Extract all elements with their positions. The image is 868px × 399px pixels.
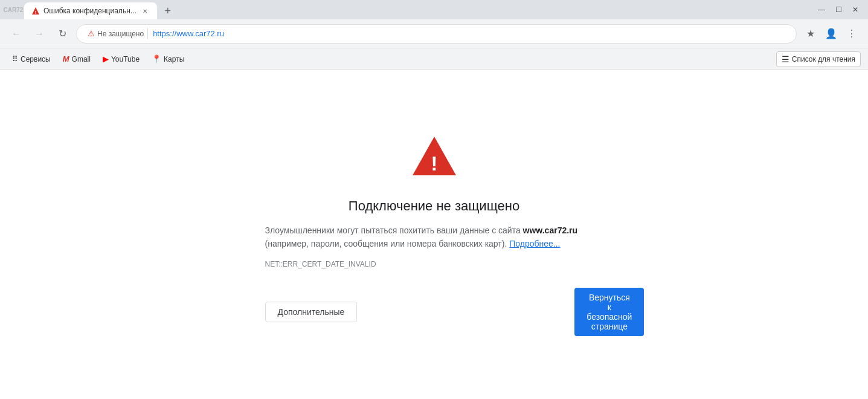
- learn-more-link[interactable]: Подробнее...: [509, 239, 560, 248]
- reading-list-icon: ☰: [782, 54, 789, 64]
- addressbar: ← → ↻ ⚠ Не защищено https://www.car72.ru…: [0, 19, 868, 48]
- bookmark-maps-label: Карты: [164, 55, 184, 63]
- back-button[interactable]: ←: [7, 25, 25, 43]
- bookmark-gmail[interactable]: M Gmail: [58, 52, 95, 66]
- bookmark-services-label: Сервисы: [21, 55, 51, 63]
- error-title: Подключение не защищено: [349, 198, 519, 214]
- error-description: Злоумышленники могут пытаться похитить в…: [265, 224, 603, 251]
- gmail-icon: M: [63, 54, 69, 63]
- services-icon: ⠿: [12, 54, 18, 63]
- security-warning: ⚠ Не защищено: [84, 28, 148, 39]
- bookmark-youtube[interactable]: ▶ YouTube: [98, 52, 144, 66]
- bookmark-youtube-label: YouTube: [111, 55, 140, 63]
- maximize-button[interactable]: ☐: [831, 4, 846, 16]
- profile-button[interactable]: 👤: [822, 25, 840, 43]
- bookmark-maps[interactable]: 📍 Карты: [147, 52, 189, 66]
- forward-button[interactable]: →: [30, 25, 48, 43]
- close-button[interactable]: ✕: [847, 4, 863, 16]
- bookmark-button[interactable]: ★: [802, 25, 820, 43]
- tab-close-button[interactable]: ✕: [140, 6, 150, 16]
- address-box[interactable]: ⚠ Не защищено https://www.car72.ru: [76, 24, 797, 44]
- new-tab-button[interactable]: +: [159, 2, 176, 19]
- advanced-button[interactable]: Дополнительные: [265, 302, 358, 322]
- error-desc-part1: Злоумышленники могут пытаться похитить в…: [265, 225, 523, 235]
- error-icon: !: [410, 133, 458, 184]
- addressbar-actions: ★ 👤 ⋮: [802, 25, 861, 43]
- bookmark-gmail-label: Gmail: [72, 55, 91, 63]
- tab-strip: ! Ошибка конфиденциальн... ✕ +: [24, 0, 811, 19]
- warning-icon: ⚠: [88, 29, 95, 38]
- tab-favicon: !: [31, 7, 40, 15]
- url-display: https://www.car72.ru: [153, 29, 789, 38]
- reading-list-button[interactable]: ☰ Список для чтения: [776, 51, 861, 67]
- error-code: NET::ERR_CERT_DATE_INVALID: [265, 260, 603, 268]
- youtube-icon: ▶: [103, 54, 109, 63]
- error-site-name: www.car72.ru: [523, 225, 578, 235]
- active-tab[interactable]: ! Ошибка конфиденциальн... ✕: [24, 2, 157, 19]
- bookmarks-bar: ⠿ Сервисы M Gmail ▶ YouTube 📍 Карты ☰ Сп…: [0, 48, 868, 70]
- reading-list-label: Список для чтения: [792, 55, 855, 63]
- error-page: ! Подключение не защищено Злоумышленники…: [0, 70, 868, 399]
- window-controls: — ☐ ✕: [814, 4, 863, 16]
- menu-button[interactable]: ⋮: [843, 25, 861, 43]
- security-label: Не защищено: [97, 30, 144, 38]
- reload-button[interactable]: ↻: [53, 25, 71, 43]
- error-desc-part2: (например, пароли, сообщения или номера …: [265, 239, 507, 248]
- tab-title: Ошибка конфиденциальн...: [43, 7, 137, 15]
- back-safe-button[interactable]: Вернуться к безопасной странице: [574, 288, 644, 336]
- browser-logo: CAR72: [5, 1, 22, 18]
- titlebar: CAR72 ! Ошибка конфиденциальн... ✕ + — ☐…: [0, 0, 868, 19]
- svg-text:!: !: [431, 152, 437, 175]
- minimize-button[interactable]: —: [814, 4, 829, 16]
- bookmark-services[interactable]: ⠿ Сервисы: [7, 52, 56, 66]
- svg-text:!: !: [35, 10, 36, 15]
- maps-icon: 📍: [152, 54, 161, 63]
- button-row: Дополнительные Вернуться к безопасной ст…: [265, 288, 603, 336]
